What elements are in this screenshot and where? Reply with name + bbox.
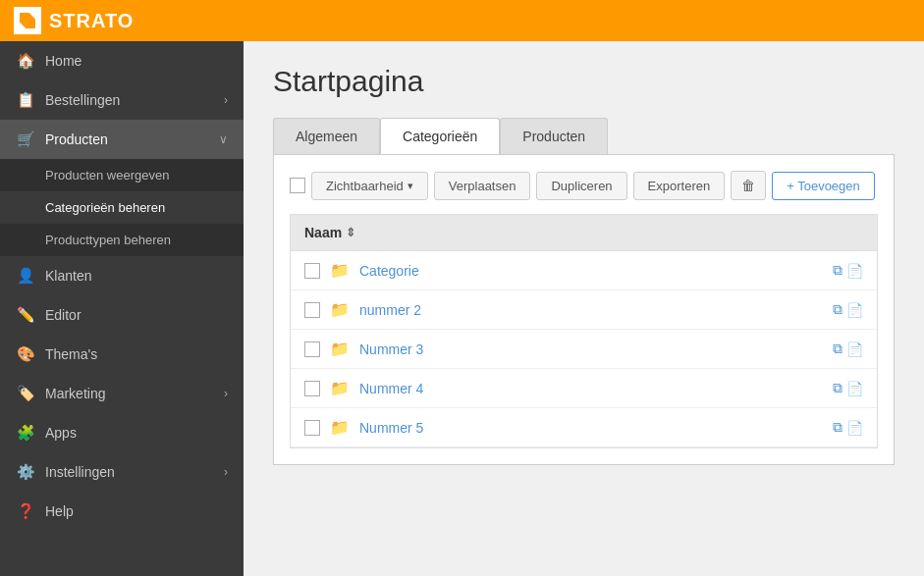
sidebar-item-editor[interactable]: ✏️ Editor <box>0 295 244 335</box>
category-name[interactable]: Nummer 5 <box>359 420 823 436</box>
sidebar-item-bestellingen[interactable]: 📋 Bestellingen › <box>0 80 244 120</box>
file-icon[interactable]: 📄 <box>846 263 863 279</box>
row-actions: ⧉ 📄 <box>833 262 863 279</box>
copy-icon[interactable]: ⧉ <box>833 262 842 279</box>
table-row: 📁 Nummer 3 ⧉ 📄 <box>291 330 877 369</box>
klanten-icon: 👤 <box>16 267 35 285</box>
sidebar-item-label: Editor <box>45 307 228 323</box>
folder-icon: 📁 <box>330 300 350 319</box>
sidebar-item-label: Instellingen <box>45 464 224 480</box>
sidebar-item-home[interactable]: 🏠 Home <box>0 41 244 80</box>
file-icon[interactable]: 📄 <box>846 341 863 357</box>
folder-icon: 📁 <box>330 340 350 358</box>
sort-icon[interactable]: ⇕ <box>346 226 355 239</box>
category-name[interactable]: Categorie <box>359 263 823 279</box>
delete-button[interactable]: 🗑 <box>731 171 766 200</box>
select-all-checkbox[interactable] <box>290 178 305 193</box>
table-row: 📁 Nummer 5 ⧉ 📄 <box>291 408 877 447</box>
sidebar-item-instellingen[interactable]: ⚙️ Instellingen › <box>0 452 244 492</box>
bestellingen-icon: 📋 <box>16 91 35 109</box>
tab-bar: Algemeen Categorieën Producten <box>273 118 895 154</box>
logo-text: STRATO <box>49 10 134 32</box>
sidebar-item-themas[interactable]: 🎨 Thema's <box>0 335 244 374</box>
sidebar-item-klanten[interactable]: 👤 Klanten <box>0 256 244 295</box>
sidebar-subitem-producttypen-beheren[interactable]: Producttypen beheren <box>0 224 244 256</box>
row-actions: ⧉ 📄 <box>833 380 863 396</box>
zichtbaarheid-button[interactable]: Zichtbaarheid ▾ <box>311 172 428 200</box>
copy-icon[interactable]: ⧉ <box>833 301 842 318</box>
chevron-down-icon: ▾ <box>408 180 413 192</box>
producten-submenu: Producten weergeven Categorieën beheren … <box>0 159 244 256</box>
category-name[interactable]: Nummer 4 <box>359 381 823 396</box>
instellingen-icon: ⚙️ <box>16 463 35 481</box>
tab-algemeen[interactable]: Algemeen <box>273 118 380 154</box>
folder-icon: 📁 <box>330 261 350 280</box>
copy-icon[interactable]: ⧉ <box>833 340 842 357</box>
layout: 🏠 Home 📋 Bestellingen › 🛒 Producten ∨ Pr… <box>0 41 924 576</box>
exporteren-button[interactable]: Exporteren <box>633 172 726 200</box>
toolbar: Zichtbaarheid ▾ Verplaatsen Dupliceren E… <box>290 171 878 200</box>
copy-icon[interactable]: ⧉ <box>833 419 842 436</box>
sidebar-subitem-producten-weergeven[interactable]: Producten weergeven <box>0 159 244 191</box>
subitem-label: Categorieën beheren <box>45 200 165 215</box>
page-title: Startpagina <box>273 65 895 98</box>
chevron-right-icon: › <box>224 465 228 479</box>
toevoegen-button[interactable]: + Toevoegen <box>772 172 875 200</box>
file-icon[interactable]: 📄 <box>846 302 863 318</box>
tab-categorieen[interactable]: Categorieën <box>380 118 500 154</box>
row-checkbox[interactable] <box>304 381 320 396</box>
category-name[interactable]: Nummer 3 <box>359 341 823 357</box>
editor-icon: ✏️ <box>16 306 35 324</box>
categories-table: Naam ⇕ 📁 Categorie ⧉ 📄 📁 <box>290 214 878 448</box>
subitem-label: Producttypen beheren <box>45 233 171 247</box>
row-actions: ⧉ 📄 <box>833 419 863 436</box>
sidebar-item-label: Apps <box>45 425 228 441</box>
row-checkbox[interactable] <box>304 302 320 318</box>
subitem-label: Producten weergeven <box>45 168 169 183</box>
copy-icon[interactable]: ⧉ <box>833 380 842 396</box>
apps-icon: 🧩 <box>16 424 35 442</box>
row-checkbox[interactable] <box>304 341 320 357</box>
header: STRATO <box>0 0 924 41</box>
folder-icon: 📁 <box>330 418 350 437</box>
sidebar-item-help[interactable]: ❓ Help <box>0 492 244 531</box>
producten-icon: 🛒 <box>16 131 35 148</box>
sidebar-item-label: Home <box>45 53 228 69</box>
sidebar-item-label: Help <box>45 503 228 519</box>
sidebar: 🏠 Home 📋 Bestellingen › 🛒 Producten ∨ Pr… <box>0 41 244 576</box>
content-panel: Zichtbaarheid ▾ Verplaatsen Dupliceren E… <box>273 154 895 465</box>
sidebar-item-apps[interactable]: 🧩 Apps <box>0 413 244 452</box>
logo: STRATO <box>14 7 134 34</box>
row-actions: ⧉ 📄 <box>833 301 863 318</box>
dupliceren-button[interactable]: Dupliceren <box>536 172 626 200</box>
folder-icon: 📁 <box>330 379 350 397</box>
category-name[interactable]: nummer 2 <box>359 302 823 318</box>
sidebar-subitem-categorieen-beheren[interactable]: Categorieën beheren <box>0 191 244 224</box>
tab-producten[interactable]: Producten <box>500 118 608 154</box>
chevron-right-icon: › <box>224 93 228 107</box>
verplaatsen-button[interactable]: Verplaatsen <box>434 172 531 200</box>
marketing-icon: 🏷️ <box>16 385 35 402</box>
file-icon[interactable]: 📄 <box>846 381 863 396</box>
sidebar-item-label: Klanten <box>45 268 228 284</box>
logo-icon-shape <box>20 13 35 28</box>
table-row: 📁 nummer 2 ⧉ 📄 <box>291 290 877 330</box>
row-checkbox[interactable] <box>304 263 320 279</box>
sidebar-item-label: Bestellingen <box>45 92 224 108</box>
chevron-down-icon: ∨ <box>219 132 228 146</box>
table-header: Naam ⇕ <box>291 215 877 251</box>
sidebar-item-producten[interactable]: 🛒 Producten ∨ <box>0 120 244 159</box>
logo-icon <box>14 7 41 34</box>
themas-icon: 🎨 <box>16 345 35 363</box>
sidebar-item-marketing[interactable]: 🏷️ Marketing › <box>0 374 244 413</box>
sidebar-item-label: Producten <box>45 131 219 147</box>
table-row: 📁 Nummer 4 ⧉ 📄 <box>291 369 877 408</box>
chevron-right-icon: › <box>224 387 228 400</box>
home-icon: 🏠 <box>16 52 35 70</box>
naam-column-label: Naam <box>304 225 342 240</box>
row-checkbox[interactable] <box>304 420 320 436</box>
sidebar-item-label: Thema's <box>45 346 228 362</box>
help-icon: ❓ <box>16 502 35 520</box>
file-icon[interactable]: 📄 <box>846 420 863 436</box>
row-actions: ⧉ 📄 <box>833 340 863 357</box>
